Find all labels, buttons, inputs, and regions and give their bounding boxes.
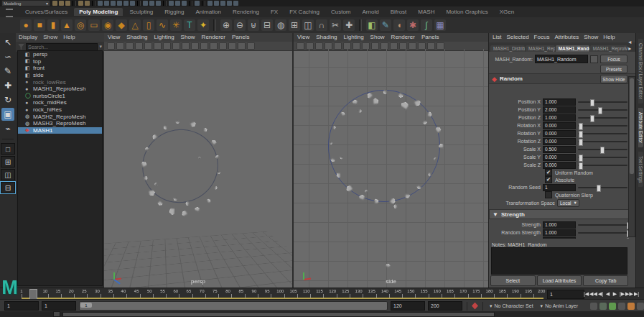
- scattered-rock[interactable]: [189, 121, 197, 128]
- time-slider[interactable]: 5101520253035404550556065707580859095100…: [0, 288, 644, 300]
- show-hide-button[interactable]: Show Hide: [600, 75, 627, 83]
- panel-menu-view[interactable]: View: [297, 34, 309, 41]
- panel-menu-shading[interactable]: Shading: [126, 34, 147, 41]
- focus-button[interactable]: Focus: [600, 55, 627, 63]
- bridge-icon[interactable]: ∩: [316, 19, 327, 31]
- paint-select-tool[interactable]: ✎: [1, 65, 14, 78]
- boolean-difference-icon[interactable]: ⊟: [261, 19, 273, 31]
- scrollbar-thumb[interactable]: [630, 78, 634, 174]
- current-time-field[interactable]: 1: [547, 290, 584, 299]
- shelf-tab-xgen[interactable]: XGen: [495, 8, 519, 16]
- step-back-frame-button[interactable]: ◀◀: [590, 289, 597, 298]
- layout-two-pane[interactable]: ⊟: [1, 182, 15, 193]
- shelf-tab-sculpting[interactable]: Sculpting: [124, 8, 158, 16]
- animation-start-field[interactable]: 1: [4, 301, 39, 311]
- play-forwards-button[interactable]: ▶: [612, 289, 618, 298]
- construction-history-icon[interactable]: [156, 1, 161, 6]
- panel-menu-panels[interactable]: Panels: [232, 34, 249, 41]
- quad-draw-icon[interactable]: ✎: [380, 19, 391, 31]
- ae-menu-attributes[interactable]: Attributes: [554, 34, 579, 42]
- slider-handle[interactable]: [579, 155, 583, 162]
- attr-position-x-value-field[interactable]: 1.000: [543, 98, 576, 106]
- random-seed-value-field[interactable]: 1: [543, 184, 576, 191]
- mirror-icon[interactable]: ◧: [366, 19, 378, 31]
- render-settings-icon[interactable]: [182, 1, 187, 6]
- ae-menu-focus[interactable]: Focus: [534, 34, 550, 42]
- attr-position-z-value-field[interactable]: 1.000: [543, 114, 576, 121]
- ae-menu-list[interactable]: List: [493, 34, 501, 42]
- outliner-item-front[interactable]: ◧front: [18, 65, 102, 72]
- play-backwards-button[interactable]: ◀: [605, 289, 611, 298]
- outliner-item-nurbscircle1[interactable]: ◯nurbsCircle1: [18, 93, 102, 100]
- node-name-field[interactable]: MASH1_Random: [535, 55, 588, 63]
- chevron-down-icon[interactable]: ▾: [99, 44, 102, 50]
- poly-disc-icon[interactable]: ◉: [102, 19, 113, 31]
- scattered-rock[interactable]: [194, 206, 201, 213]
- attr-position-y-slider[interactable]: [578, 109, 627, 111]
- panel-menu-renderer[interactable]: Renderer: [391, 34, 415, 41]
- snap-grid-icon[interactable]: [98, 1, 103, 6]
- attr-strength-slider[interactable]: [578, 224, 627, 226]
- slider-handle[interactable]: [627, 238, 629, 239]
- shelf-tab-motion-graphics[interactable]: Motion Graphics: [441, 8, 493, 16]
- command-line-language-toggle[interactable]: [53, 311, 60, 317]
- auto-key-icon[interactable]: [627, 303, 635, 310]
- ae-menu-show[interactable]: Show: [584, 34, 598, 42]
- new-scene-icon[interactable]: [52, 1, 57, 6]
- panel-menu-lighting[interactable]: Lighting: [154, 34, 174, 41]
- panel-menu-show[interactable]: Show: [181, 34, 195, 41]
- extrude-icon[interactable]: ⊞: [289, 19, 300, 31]
- poly-pyramid-icon[interactable]: △: [129, 19, 141, 31]
- outliner-item-mash3_repromesh[interactable]: ◍MASH3_ReproMesh: [18, 120, 102, 127]
- attr-scale-x-value-field[interactable]: 0.500: [543, 146, 576, 153]
- absolute-checkbox[interactable]: ✔: [545, 176, 552, 183]
- scattered-rock[interactable]: [202, 127, 208, 133]
- slider-handle[interactable]: [579, 139, 583, 146]
- poly-sphere-icon[interactable]: ●: [20, 19, 32, 31]
- panel-menu-lighting[interactable]: Lighting: [344, 34, 364, 41]
- outliner-item-mash1[interactable]: ◆MASH1: [18, 127, 102, 134]
- shelf-tab-curves-surfaces[interactable]: Curves/Surfaces: [20, 8, 73, 16]
- attribute-editor-scrollbar[interactable]: [628, 76, 635, 237]
- graph-editor-icon[interactable]: [599, 303, 607, 310]
- playback-end-field[interactable]: 120: [391, 301, 425, 311]
- viewport-side[interactable]: ViewShadingLightingShowRendererPanels si…: [294, 33, 489, 288]
- shelf-tab-mash[interactable]: MASH: [413, 8, 439, 16]
- attr-rotation-z-slider[interactable]: [578, 141, 627, 142]
- ipr-render-icon[interactable]: [175, 1, 180, 6]
- anim-layer-dropdown[interactable]: ▾ No Anim Layer: [538, 302, 580, 310]
- poly-cylinder-icon[interactable]: ▮: [47, 19, 59, 31]
- scattered-rock[interactable]: [385, 262, 391, 269]
- step-back-key-button[interactable]: ◀|: [597, 289, 604, 298]
- transformation-space-dropdown[interactable]: Local▾: [557, 199, 579, 207]
- attr-rotation-y-slider[interactable]: [578, 133, 627, 134]
- sidebar-channel-box-icon[interactable]: [233, 1, 238, 6]
- open-scene-icon[interactable]: [59, 1, 64, 6]
- scattered-rock[interactable]: [217, 171, 220, 174]
- slider-handle[interactable]: [579, 131, 583, 138]
- load-attributes-button[interactable]: Load Attributes: [537, 275, 582, 286]
- panel-menu-view[interactable]: View: [108, 34, 120, 41]
- poly-cube-icon[interactable]: ■: [34, 19, 45, 31]
- outliner-item-mash1_repromesh[interactable]: ●MASH1_ReproMesh: [18, 86, 102, 93]
- ae-tab-mash1_repromesh[interactable]: MASH1_ReproMesh: [590, 45, 628, 52]
- output-connections-icon[interactable]: [149, 1, 154, 6]
- go-to-end-button[interactable]: ▶|: [633, 289, 640, 298]
- poly-torus-icon[interactable]: ◎: [75, 19, 86, 31]
- scattered-rock[interactable]: [393, 203, 399, 209]
- shelf-tab-arnold[interactable]: Arnold: [358, 8, 384, 16]
- scattered-rock[interactable]: [163, 124, 168, 129]
- outliner-menu-display[interactable]: Display: [19, 34, 37, 41]
- animation-preferences-icon[interactable]: [637, 303, 644, 310]
- slider-handle[interactable]: [597, 185, 601, 192]
- set-key-icon[interactable]: [472, 303, 478, 310]
- slider-handle[interactable]: [590, 99, 594, 106]
- sidebar-tab-tool-settings[interactable]: Tool Settings: [638, 152, 643, 187]
- ae-tab-mash1_repro[interactable]: MASH1_Repro: [526, 45, 555, 52]
- poly-gear-icon[interactable]: ✳: [170, 19, 182, 31]
- slider-handle[interactable]: [590, 115, 594, 122]
- poly-pipe-icon[interactable]: ▯: [143, 19, 154, 31]
- outliner-item-rock_midres[interactable]: ●rock_midRes: [18, 99, 102, 106]
- poly-plane-icon[interactable]: ▭: [88, 19, 100, 31]
- snap-curve-icon[interactable]: [104, 1, 109, 6]
